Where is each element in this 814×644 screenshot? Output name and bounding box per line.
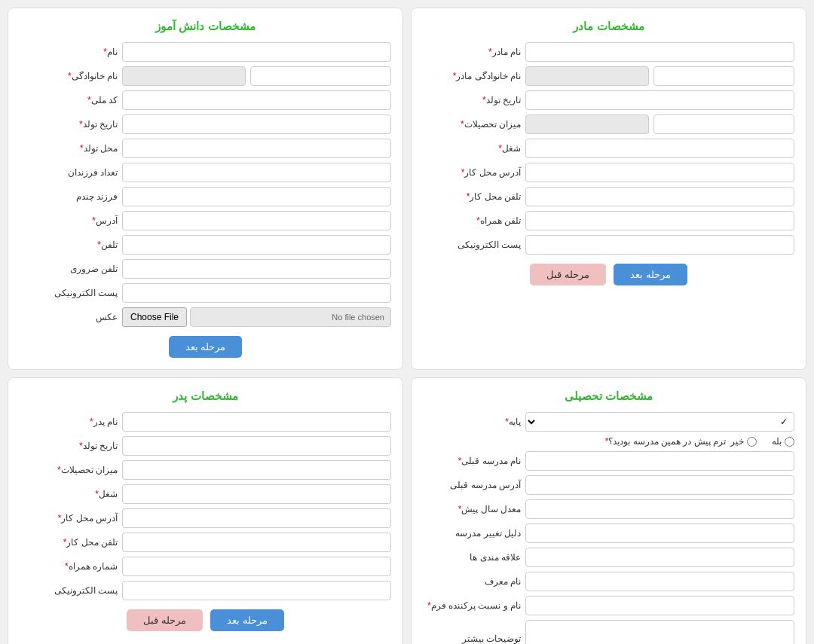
mother-mobile-row: تلفن همراه* (423, 211, 794, 230)
father-workaddr-input[interactable] (122, 508, 391, 528)
education-interests-label: علاقه مندی ها (423, 552, 521, 563)
student-children-row: تعداد فرزندان (20, 163, 391, 182)
student-bplace-input[interactable] (122, 139, 391, 158)
father-name-label: نام پدر* (20, 417, 118, 427)
education-extra-textarea[interactable] (525, 620, 794, 644)
father-workphone-input[interactable] (122, 533, 391, 552)
mother-email-row: پست الکترونیکی (423, 235, 794, 255)
student-email-row: پست الکترونیکی (20, 283, 391, 303)
student-lastname-input2[interactable] (122, 66, 246, 86)
mother-email-input[interactable] (525, 235, 794, 255)
education-prevaddr-row: آدرس مدرسه قبلی (423, 475, 794, 495)
education-filler-input[interactable] (525, 596, 794, 615)
student-childorder-label: فرزند چندم (20, 191, 118, 202)
father-email-input[interactable] (122, 581, 391, 600)
education-grade-select[interactable]: ✓ (525, 412, 794, 432)
student-name-row: نام* (20, 42, 391, 62)
mother-job-label: شغل* (423, 143, 521, 154)
education-prevgpa-input[interactable] (525, 499, 794, 519)
student-childorder-input[interactable] (122, 187, 391, 206)
student-name-input[interactable] (122, 42, 391, 62)
education-reason-row: دلیل تغییر مدرسه (423, 523, 794, 543)
choose-file-button[interactable]: Choose File (122, 307, 187, 327)
father-edu-row: میزان تحصیلات* (20, 460, 391, 480)
mother-lastname-input2[interactable] (525, 66, 649, 86)
student-natid-row: کد ملی* (20, 90, 391, 110)
mother-bdate-row: تاریخ تولد* (423, 90, 794, 110)
student-children-label: تعداد فرزندان (20, 167, 118, 178)
student-emergency-input[interactable] (122, 259, 391, 279)
father-name-input[interactable] (122, 412, 391, 432)
father-prev-button[interactable]: مرحله قبل (127, 609, 203, 631)
education-filler-label: نام و نسبت پرکننده فرم* (423, 600, 521, 611)
student-bplace-row: محل تولد* (20, 139, 391, 158)
student-lastname-label: نام خانوادگی* (20, 71, 118, 81)
father-mobile-label: شماره همراه* (20, 561, 118, 572)
mother-workaddr-input[interactable] (525, 163, 794, 182)
mother-workphone-input[interactable] (525, 187, 794, 206)
mother-lastname-label: نام خانوادگی مادر* (423, 71, 521, 81)
education-yes-radio[interactable] (785, 437, 794, 447)
student-address-row: آدرس* (20, 211, 391, 230)
mother-edu-label: میزان تحصیلات* (423, 119, 521, 130)
student-card: مشخصات دانش آموز نام* نام خانوادگی* کد م… (8, 8, 403, 370)
education-grade-row: ✓ پایه* (423, 412, 794, 432)
student-emergency-label: تلفن ضروری (20, 264, 118, 274)
file-input-area: No file chosen Choose File (122, 307, 391, 327)
education-interests-input[interactable] (525, 548, 794, 567)
father-next-button[interactable]: مرحله بعد (210, 609, 284, 631)
education-yes-label[interactable]: بله (772, 436, 794, 447)
father-edu-input[interactable] (122, 460, 391, 480)
student-bdate-input[interactable] (122, 114, 391, 134)
mother-edu-input2[interactable] (525, 114, 649, 134)
education-referrer-input[interactable] (525, 572, 794, 591)
mother-next-button[interactable]: مرحله بعد (614, 264, 687, 285)
father-email-row: پست الکترونیکی (20, 581, 391, 600)
student-natid-input[interactable] (122, 90, 391, 110)
father-workphone-row: تلفن محل کار* (20, 533, 391, 552)
education-prevschool-row: نام مدرسه قبلی* (423, 451, 794, 471)
student-children-input[interactable] (122, 163, 391, 182)
education-reason-input[interactable] (525, 523, 794, 543)
mother-job-row: شغل* (423, 139, 794, 158)
mother-workphone-label: تلفن محل کار* (423, 191, 521, 202)
mother-mobile-input[interactable] (525, 211, 794, 230)
mother-title: مشخصات مادر (423, 20, 794, 33)
student-phone-row: تلفن* (20, 235, 391, 255)
education-filler-row: نام و نسبت پرکننده فرم* (423, 596, 794, 615)
education-prevterm-row: بله خیر ترم پیش در همین مدرسه بودید؟* (423, 436, 794, 447)
father-name-row: نام پدر* (20, 412, 391, 432)
father-title: مشخصات پدر (20, 389, 391, 403)
father-card: مشخصات پدر نام پدر* تاریخ تولد* میزان تح… (8, 377, 403, 644)
student-next-button[interactable]: مرحله بعد (169, 336, 243, 358)
mother-lastname-input[interactable] (653, 66, 794, 86)
father-bdate-input[interactable] (122, 436, 391, 456)
education-referrer-label: نام معرف (423, 576, 521, 587)
mother-bdate-input[interactable] (525, 90, 794, 110)
mother-edu-input[interactable] (653, 114, 794, 134)
mother-email-label: پست الکترونیکی (423, 240, 521, 250)
student-natid-label: کد ملی* (20, 95, 118, 105)
education-prevschool-input[interactable] (525, 451, 794, 471)
student-btn-row: مرحله بعد (20, 336, 391, 358)
father-workaddr-label: آدرس محل کار* (20, 513, 118, 523)
father-job-input[interactable] (122, 484, 391, 504)
education-no-radio[interactable] (747, 437, 757, 447)
father-mobile-input[interactable] (122, 557, 391, 576)
student-phone-input[interactable] (122, 235, 391, 255)
student-title: مشخصات دانش آموز (20, 20, 391, 33)
mother-card: مشخصات مادر نام مادر* نام خانوادگی مادر*… (411, 8, 806, 370)
mother-prev-button[interactable]: مرحله قبل (530, 264, 606, 285)
mother-name-row: نام مادر* (423, 42, 794, 62)
mother-name-input[interactable] (525, 42, 794, 62)
education-prevaddr-input[interactable] (525, 475, 794, 495)
mother-job-input[interactable] (525, 139, 794, 158)
education-grade-label: پایه* (423, 417, 521, 427)
student-email-input[interactable] (122, 283, 391, 303)
student-phone-label: تلفن* (20, 240, 118, 250)
father-mobile-row: شماره همراه* (20, 557, 391, 576)
student-lastname-input[interactable] (250, 66, 391, 86)
father-workphone-label: تلفن محل کار* (20, 537, 118, 548)
student-address-input[interactable] (122, 211, 391, 230)
education-no-label[interactable]: خیر (730, 436, 757, 447)
